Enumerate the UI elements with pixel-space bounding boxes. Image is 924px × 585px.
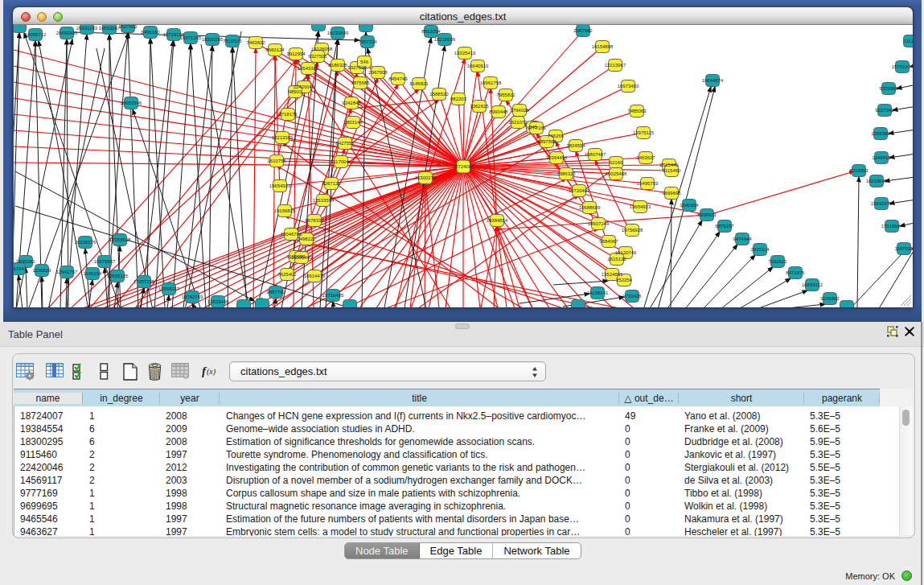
svg-text:9684067: 9684067: [599, 239, 618, 244]
svg-text:20053346: 20053346: [121, 101, 142, 105]
svg-text:7463822: 7463822: [246, 40, 265, 45]
svg-text:20364456: 20364456: [546, 155, 568, 160]
svg-text:1156829: 1156829: [33, 268, 52, 273]
svg-text:12942757: 12942757: [56, 270, 78, 274]
svg-text:17016504: 17016504: [881, 224, 903, 229]
svg-text:1588520: 1588520: [429, 92, 449, 97]
svg-text:1610755: 1610755: [267, 159, 286, 163]
svg-text:10688609: 10688609: [579, 205, 601, 210]
svg-text:7357224: 7357224: [358, 39, 377, 44]
svg-text:252254: 252254: [616, 278, 633, 282]
svg-text:10644874: 10644874: [702, 78, 724, 83]
svg-text:9777169: 9777169: [527, 126, 546, 130]
svg-text:7625402: 7625402: [277, 272, 297, 277]
svg-text:18300295: 18300295: [202, 37, 224, 42]
svg-text:6879197: 6879197: [715, 224, 734, 229]
svg-text:15692971: 15692971: [871, 201, 893, 206]
svg-text:9857791: 9857791: [266, 290, 285, 295]
svg-text:1640954: 1640954: [680, 203, 699, 208]
svg-text:2935114: 2935114: [751, 247, 770, 252]
svg-text:98901: 98901: [289, 89, 302, 94]
svg-text:19166825: 19166825: [274, 208, 296, 213]
svg-text:62160: 62160: [610, 160, 623, 165]
svg-text:8454749: 8454749: [388, 76, 408, 81]
svg-text:20931193: 20931193: [76, 26, 98, 31]
svg-text:13226058: 13226058: [311, 47, 333, 51]
svg-text:1527602: 1527602: [118, 25, 138, 29]
svg-text:20691406: 20691406: [56, 31, 78, 35]
svg-text:8471676: 8471676: [786, 270, 805, 275]
svg-text:10025488: 10025488: [606, 171, 627, 176]
svg-text:3875685: 3875685: [351, 80, 370, 85]
svg-text:16120746: 16120746: [615, 250, 637, 255]
svg-text:6794028: 6794028: [510, 108, 529, 113]
svg-text:9474444: 9474444: [733, 237, 752, 241]
svg-text:6466160: 6466160: [141, 30, 160, 35]
svg-text:15751074: 15751074: [892, 64, 913, 69]
svg-text:9835061: 9835061: [16, 259, 35, 264]
svg-text:7632621: 7632621: [768, 259, 787, 264]
svg-text:16033809: 16033809: [327, 31, 349, 35]
svg-text:9699695: 9699695: [662, 191, 681, 196]
svg-text:19218506: 19218506: [434, 37, 456, 42]
svg-text:17957225: 17957225: [133, 279, 155, 284]
svg-text:12505135: 12505135: [107, 274, 129, 278]
svg-text:9327506: 9327506: [308, 54, 327, 59]
svg-text:9463627: 9463627: [636, 155, 655, 160]
svg-text:2718176: 2718176: [278, 112, 298, 117]
svg-text:1167531: 1167531: [895, 246, 913, 251]
svg-text:12213389: 12213389: [272, 135, 294, 140]
svg-text:15720407: 15720407: [569, 188, 590, 193]
svg-text:16782759: 16782759: [182, 295, 203, 299]
svg-text:8186328: 8186328: [328, 63, 347, 68]
svg-text:3498222: 3498222: [297, 237, 316, 241]
svg-text:18724007: 18724007: [453, 164, 474, 169]
svg-text:16914479: 16914479: [304, 274, 326, 278]
svg-text:11123: 11123: [904, 39, 913, 43]
svg-text:8990448: 8990448: [489, 109, 508, 114]
svg-text:12975115: 12975115: [633, 130, 655, 135]
svg-text:16154808: 16154808: [592, 44, 614, 49]
svg-text:16071355: 16071355: [180, 35, 202, 40]
svg-text:8213953: 8213953: [849, 168, 869, 173]
svg-text:7515526: 7515526: [223, 39, 242, 43]
svg-text:9115460: 9115460: [663, 168, 682, 173]
svg-text:(x): (x): [207, 367, 216, 377]
svg-text:8660124: 8660124: [265, 47, 285, 52]
svg-text:8267130: 8267130: [322, 181, 341, 186]
svg-text:7986322: 7986322: [556, 171, 576, 176]
svg-text:8427552: 8427552: [335, 141, 355, 146]
svg-text:10973493: 10973493: [618, 84, 639, 89]
svg-text:9245652: 9245652: [820, 296, 840, 301]
svg-text:7955812: 7955812: [496, 93, 515, 97]
svg-text:3912954: 3912954: [286, 51, 306, 56]
svg-text:15300275: 15300275: [415, 175, 437, 180]
svg-text:2803144: 2803144: [343, 120, 363, 125]
svg-text:1733426: 1733426: [622, 294, 642, 299]
svg-text:14055712: 14055712: [25, 32, 47, 37]
svg-text:16961758: 16961758: [480, 80, 502, 85]
svg-text:746266: 746266: [548, 134, 565, 138]
svg-text:1615132: 1615132: [607, 257, 626, 262]
svg-text:117004: 117004: [333, 159, 349, 164]
svg-text:9146821: 9146821: [409, 81, 429, 86]
svg-text:17359928: 17359928: [109, 237, 131, 242]
svg-text:19654923: 19654923: [630, 204, 651, 209]
svg-text:13524851: 13524851: [602, 272, 623, 277]
svg-text:14136141: 14136141: [587, 290, 609, 295]
svg-text:391541: 391541: [14, 266, 27, 271]
svg-text:8813054: 8813054: [421, 29, 441, 34]
svg-text:10653267: 10653267: [99, 26, 121, 31]
svg-text:7485063: 7485063: [627, 109, 647, 113]
svg-text:15716485: 15716485: [322, 293, 344, 298]
svg-text:9242848: 9242848: [342, 101, 361, 105]
svg-text:16099489: 16099489: [291, 255, 313, 260]
svg-text:3824554: 3824554: [566, 143, 585, 148]
svg-text:16640910: 16640910: [467, 64, 489, 68]
svg-text:8678332: 8678332: [305, 218, 324, 223]
svg-text:10807487: 10807487: [585, 152, 606, 157]
svg-text:1145194: 1145194: [84, 271, 103, 276]
svg-text:1209382: 1209382: [871, 131, 890, 136]
svg-text:10543382: 10543382: [298, 66, 319, 71]
svg-text:6897568: 6897568: [537, 139, 556, 144]
